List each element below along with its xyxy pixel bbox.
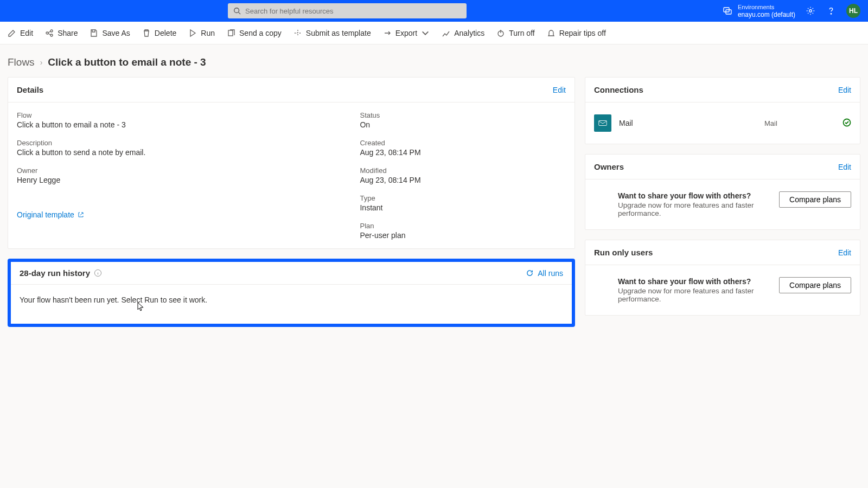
- info-icon[interactable]: [94, 269, 102, 277]
- save-icon: [90, 29, 98, 37]
- plan-label: Plan: [360, 222, 565, 230]
- template-icon: [293, 29, 302, 37]
- svg-point-8: [50, 34, 53, 36]
- breadcrumb: Flows › Click a button to email a note -…: [0, 44, 868, 77]
- connections-edit-link[interactable]: Edit: [838, 86, 851, 94]
- search-icon: [233, 7, 241, 15]
- external-link-icon: [78, 211, 84, 218]
- run-only-title: Run only users: [594, 248, 653, 257]
- delete-button[interactable]: Delete: [142, 29, 176, 37]
- flow-label: Flow: [17, 111, 360, 119]
- page-title: Click a button to email a note - 3: [48, 56, 206, 68]
- run-only-upsell-headline: Want to share your flow with others?: [618, 277, 770, 286]
- svg-point-0: [234, 8, 239, 13]
- created-value: Aug 23, 08:14 PM: [360, 148, 565, 157]
- run-only-edit-link[interactable]: Edit: [838, 248, 851, 257]
- check-circle-icon: [843, 118, 851, 127]
- created-label: Created: [360, 139, 565, 147]
- chevron-right-icon: ›: [40, 58, 43, 67]
- top-bar: Environments enayu.com (default) HL: [0, 0, 868, 22]
- details-edit-link[interactable]: Edit: [553, 86, 566, 94]
- turn-off-button[interactable]: Turn off: [496, 29, 534, 37]
- search-box[interactable]: [228, 3, 467, 18]
- owners-edit-link[interactable]: Edit: [838, 163, 851, 171]
- environment-picker[interactable]: Environments enayu.com (default): [723, 3, 795, 18]
- mail-icon: [594, 114, 611, 132]
- modified-label: Modified: [360, 166, 565, 175]
- svg-rect-12: [599, 121, 607, 126]
- environments-label: Environments: [738, 3, 795, 11]
- connection-status-ok: [843, 118, 851, 129]
- submit-template-button[interactable]: Submit as template: [293, 29, 371, 37]
- user-avatar[interactable]: HL: [846, 4, 860, 18]
- details-title: Details: [17, 85, 43, 94]
- share-button[interactable]: Share: [45, 29, 78, 37]
- description-label: Description: [17, 139, 360, 147]
- owners-upsell-sub: Upgrade now for more features and faster…: [618, 201, 770, 217]
- power-icon: [496, 29, 505, 37]
- bell-icon: [547, 29, 556, 37]
- run-history-empty-message: Your flow hasn't been run yet. Select Ru…: [11, 285, 572, 324]
- settings-button[interactable]: [805, 5, 816, 16]
- analytics-button[interactable]: Analytics: [442, 29, 484, 37]
- edit-icon: [8, 29, 16, 37]
- run-history-highlight: 28-day run history All runs Your flow ha…: [8, 259, 575, 327]
- flow-value: Click a button to email a note - 3: [17, 120, 360, 129]
- original-template-link[interactable]: Original template: [17, 210, 360, 219]
- owners-title: Owners: [594, 162, 624, 171]
- repair-tips-button[interactable]: Repair tips off: [547, 29, 606, 37]
- run-history-title: 28-day run history: [20, 268, 90, 278]
- svg-point-6: [46, 32, 48, 34]
- connections-title: Connections: [594, 85, 643, 94]
- svg-point-5: [831, 14, 831, 14]
- owner-label: Owner: [17, 166, 360, 175]
- status-value: On: [360, 120, 565, 129]
- svg-rect-9: [228, 30, 233, 36]
- type-value: Instant: [360, 203, 565, 212]
- connection-row[interactable]: Mail Mail: [594, 111, 851, 135]
- compare-plans-button-2[interactable]: Compare plans: [779, 277, 851, 293]
- delete-icon: [142, 29, 151, 37]
- edit-button[interactable]: Edit: [8, 29, 33, 37]
- refresh-icon: [526, 269, 534, 277]
- status-label: Status: [360, 111, 565, 119]
- help-button[interactable]: [826, 5, 837, 16]
- modified-value: Aug 23, 08:14 PM: [360, 176, 565, 184]
- send-copy-button[interactable]: Send a copy: [227, 29, 282, 37]
- environment-icon: [723, 6, 732, 16]
- analytics-icon: [442, 29, 450, 37]
- connection-name: Mail: [619, 119, 757, 127]
- help-icon: [826, 6, 836, 16]
- save-as-button[interactable]: Save As: [90, 29, 130, 37]
- share-icon: [45, 29, 54, 37]
- owner-value: Henry Legge: [17, 176, 360, 184]
- environment-name: enayu.com (default): [738, 11, 795, 18]
- copy-icon: [227, 29, 235, 37]
- compare-plans-button[interactable]: Compare plans: [779, 191, 851, 208]
- breadcrumb-root[interactable]: Flows: [8, 56, 35, 68]
- all-runs-link[interactable]: All runs: [526, 269, 563, 278]
- description-value: Click a button to send a note by email.: [17, 148, 360, 157]
- svg-point-4: [809, 10, 812, 12]
- plan-value: Per-user plan: [360, 231, 565, 240]
- details-card: Details Edit FlowClick a button to email…: [8, 77, 575, 249]
- gear-icon: [806, 6, 815, 16]
- run-only-users-card: Run only users Edit Want to share your f…: [585, 240, 860, 316]
- chevron-down-icon: [421, 29, 430, 37]
- svg-line-1: [239, 12, 241, 15]
- export-button[interactable]: Export: [383, 29, 430, 37]
- search-input[interactable]: [245, 7, 461, 15]
- type-label: Type: [360, 194, 565, 202]
- connections-card: Connections Edit Mail Mail: [585, 77, 860, 144]
- svg-point-7: [50, 30, 53, 32]
- run-only-upsell-sub: Upgrade now for more features and faster…: [618, 287, 770, 303]
- export-icon: [383, 29, 392, 37]
- play-icon: [188, 29, 197, 37]
- connection-type: Mail: [764, 119, 835, 127]
- owners-upsell-headline: Want to share your flow with others?: [618, 191, 770, 200]
- run-button[interactable]: Run: [188, 29, 215, 37]
- owners-card: Owners Edit Want to share your flow with…: [585, 154, 860, 230]
- command-bar: Edit Share Save As Delete Run Send a cop…: [0, 22, 868, 44]
